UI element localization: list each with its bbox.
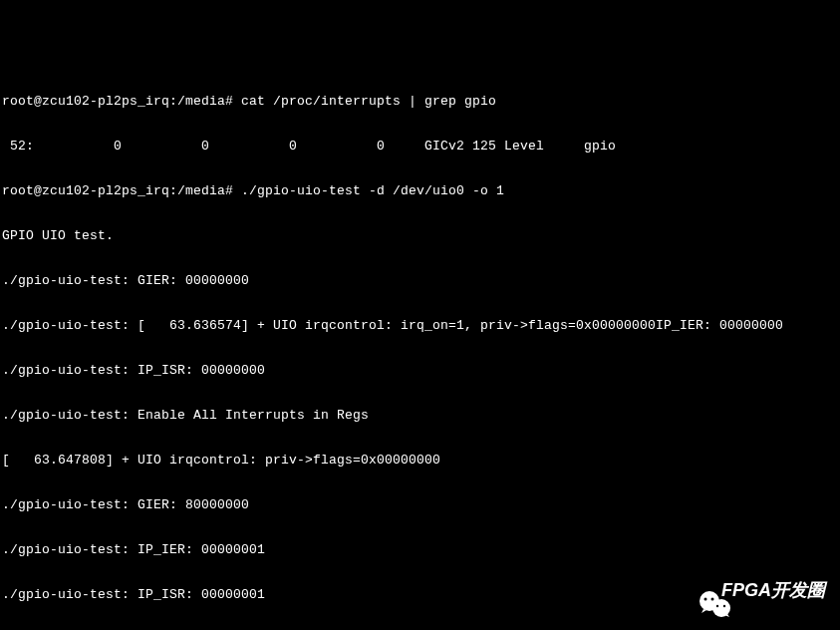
svg-point-2 bbox=[704, 598, 707, 601]
terminal-line: ./gpio-uio-test: GIER: 80000000 bbox=[2, 497, 838, 512]
svg-point-5 bbox=[723, 605, 725, 607]
wechat-label: FPGA开发圈 bbox=[721, 583, 825, 598]
terminal-line: ./gpio-uio-test: IP_IER: 00000001 bbox=[2, 542, 838, 557]
terminal-line: ./gpio-uio-test: [ 63.636574] + UIO irqc… bbox=[2, 318, 838, 333]
terminal-line: [ 63.647808] + UIO irqcontrol: priv->fla… bbox=[2, 453, 838, 468]
terminal-line: root@zcu102-pl2ps_irq:/media# cat /proc/… bbox=[2, 94, 838, 109]
terminal-line: root@zcu102-pl2ps_irq:/media# ./gpio-uio… bbox=[2, 183, 838, 198]
terminal-line: 52: 0 0 0 0 GICv2 125 Level gpio bbox=[2, 139, 838, 154]
svg-point-1 bbox=[712, 599, 730, 617]
terminal-output[interactable]: root@zcu102-pl2ps_irq:/media# cat /proc/… bbox=[2, 64, 838, 630]
wechat-watermark: FPGA开发圈 bbox=[678, 575, 825, 605]
terminal-line: GPIO UIO test. bbox=[2, 228, 838, 243]
terminal-line: ./gpio-uio-test: IP_ISR: 00000000 bbox=[2, 363, 838, 378]
svg-point-4 bbox=[716, 605, 718, 607]
wechat-icon bbox=[678, 575, 713, 605]
terminal-line: ./gpio-uio-test: Enable All Interrupts i… bbox=[2, 408, 838, 423]
svg-point-3 bbox=[711, 598, 714, 601]
terminal-line: ./gpio-uio-test: GIER: 00000000 bbox=[2, 273, 838, 288]
